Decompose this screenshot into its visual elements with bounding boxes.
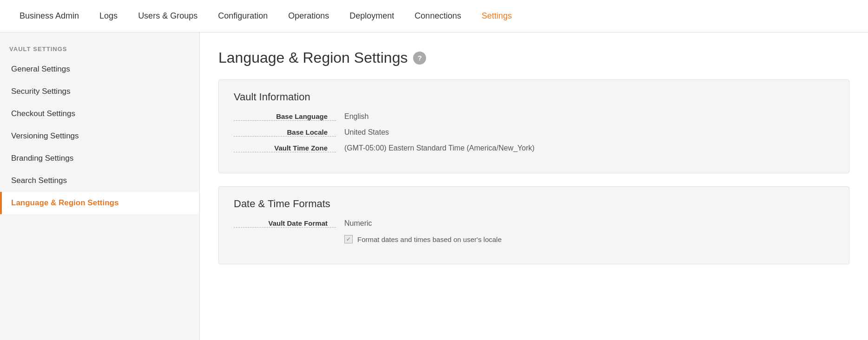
page-title-text: Language & Region Settings [218,49,408,66]
sidebar-item-branding-settings[interactable]: Branding Settings [0,147,199,170]
sidebar-section-title: VAULT SETTINGS [0,46,199,58]
nav-item-configuration[interactable]: Configuration [208,0,278,33]
vault-information-section: Vault Information Base Language English … [218,79,849,173]
main-content: Language & Region Settings ? Vault Infor… [200,33,868,340]
help-icon[interactable]: ? [413,52,426,65]
format-dates-checkbox[interactable] [344,235,353,243]
sidebar-item-security-settings[interactable]: Security Settings [0,80,199,103]
sidebar-item-checkout-settings[interactable]: Checkout Settings [0,103,199,125]
date-time-formats-title: Date & Time Formats [234,198,834,210]
nav-item-deployment[interactable]: Deployment [339,0,404,33]
sidebar-item-general-settings[interactable]: General Settings [0,58,199,80]
base-locale-value: United States [336,128,389,137]
sidebar-item-language-region-settings[interactable]: Language & Region Settings [0,192,199,214]
date-time-formats-section: Date & Time Formats Vault Date Format Nu… [218,186,849,264]
format-dates-checkbox-label: Format dates and times based on user's l… [357,235,502,243]
base-language-value: English [336,112,368,121]
format-dates-checkbox-group: Format dates and times based on user's l… [336,235,502,243]
vault-timezone-value: (GMT-05:00) Eastern Standard Time (Ameri… [336,144,534,152]
vault-timezone-label: Vault Time Zone [234,144,336,152]
vault-information-title: Vault Information [234,91,834,103]
page-title: Language & Region Settings ? [218,49,849,66]
sidebar-item-search-settings[interactable]: Search Settings [0,170,199,192]
page-layout: VAULT SETTINGS General Settings Security… [0,33,868,340]
base-language-row: Base Language English [234,112,834,121]
nav-item-settings[interactable]: Settings [471,0,522,33]
base-locale-row: Base Locale United States [234,128,834,137]
vault-date-format-label: Vault Date Format [234,219,336,228]
base-language-label: Base Language [234,112,336,121]
nav-item-connections[interactable]: Connections [404,0,471,33]
vault-timezone-row: Vault Time Zone (GMT-05:00) Eastern Stan… [234,144,834,152]
sidebar: VAULT SETTINGS General Settings Security… [0,33,200,340]
nav-item-business-admin[interactable]: Business Admin [9,0,89,33]
top-nav: Business Admin Logs Users & Groups Confi… [0,0,868,33]
nav-item-logs[interactable]: Logs [89,0,128,33]
sidebar-item-versioning-settings[interactable]: Versioning Settings [0,125,199,147]
nav-item-operations[interactable]: Operations [278,0,339,33]
format-dates-checkbox-row: Format dates and times based on user's l… [234,235,834,243]
base-locale-label: Base Locale [234,128,336,137]
nav-item-users-groups[interactable]: Users & Groups [128,0,208,33]
vault-date-format-row: Vault Date Format Numeric [234,219,834,228]
vault-date-format-value: Numeric [336,219,372,228]
